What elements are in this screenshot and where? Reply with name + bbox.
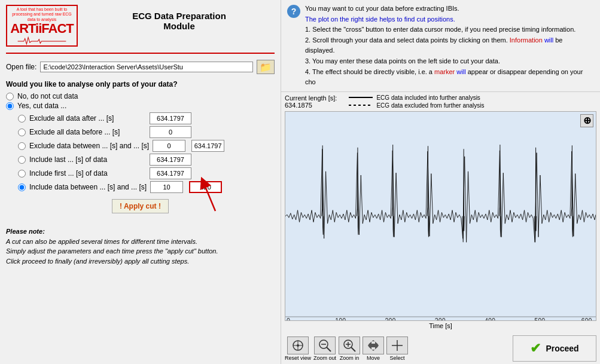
zoom-out-button[interactable]: Zoom out — [313, 337, 336, 361]
zoom-in-svg — [343, 339, 356, 352]
zoom-out-label: Zoom out — [313, 355, 336, 361]
option-row-2: Exclude data between ... [s] and ... [s] — [18, 140, 275, 152]
option-input-5b[interactable] — [189, 181, 222, 193]
legend-area: ECG data included into further analysis … — [349, 94, 484, 109]
question-label: Would you like to analyse only parts of … — [0, 77, 281, 91]
legend-line-solid — [349, 97, 373, 98]
reset-view-button[interactable]: Reset view — [285, 337, 311, 361]
proceed-button[interactable]: ✔ Proceed — [513, 335, 596, 362]
title-area: ECG Data Preparation Module — [84, 5, 275, 31]
option-radio-2[interactable] — [18, 142, 26, 150]
note-area: Please note: A cut can also be applied s… — [0, 224, 281, 268]
logo-box: A tool that has been built to processing… — [6, 5, 78, 47]
svg-text:600: 600 — [581, 317, 592, 320]
zoom-in-button[interactable]: Zoom in — [339, 337, 360, 361]
option-input-2a[interactable] — [153, 140, 185, 152]
note-title: Please note: — [6, 227, 275, 237]
zoom-out-icon — [314, 337, 336, 354]
radio-no-cut-input[interactable] — [6, 93, 14, 100]
zoom-in-icon — [339, 337, 360, 354]
svg-text:0: 0 — [287, 317, 290, 320]
svg-point-14 — [297, 344, 299, 347]
open-file-row: Open file: 📁 — [0, 57, 281, 77]
move-button[interactable]: Move — [363, 337, 384, 361]
chart-header: Current length [s]: 634.1875 ECG data in… — [285, 94, 596, 111]
info-line-6: 4. The effect should be directly visible… — [305, 67, 594, 88]
tool-buttons: Reset view Zoom out — [285, 337, 408, 361]
select-icon — [386, 337, 408, 354]
select-button[interactable]: Select — [386, 337, 408, 361]
info-line-4: 2. Scroll through your data and select d… — [305, 35, 594, 56]
svg-text:100: 100 — [335, 317, 346, 320]
main-container: A tool that has been built to processing… — [0, 0, 600, 364]
proceed-label: Proceed — [546, 344, 578, 353]
move-label: Move — [367, 355, 380, 361]
svg-text:300: 300 — [435, 317, 446, 320]
option-input-4[interactable] — [150, 167, 191, 179]
radio-yes-cut-input[interactable] — [6, 102, 14, 110]
logo-brand-text: ARTiiFACT — [10, 21, 73, 36]
info-line-5: 3. You may enter these data points on th… — [305, 56, 594, 67]
right-panel: ? You may want to cut your data before e… — [281, 0, 600, 364]
option-input-5a[interactable] — [150, 181, 183, 193]
option-radio-0[interactable] — [18, 115, 26, 123]
reset-view-icon — [287, 337, 309, 354]
note-line-1: A cut can also be applied several times … — [6, 237, 275, 247]
option-input-1[interactable] — [150, 126, 191, 138]
option-input-2b[interactable] — [191, 140, 224, 152]
reset-view-svg — [291, 339, 304, 352]
logo-brand: ARTiiFACT — [10, 22, 73, 35]
chart-area: Current length [s]: 634.1875 ECG data in… — [281, 92, 600, 333]
option-radio-5[interactable] — [18, 183, 26, 191]
ecg-chart-svg: 0 100 200 300 400 500 600 — [285, 112, 596, 320]
logo-ecg-svg — [7, 35, 77, 45]
module-title: ECG Data Preparation Module — [84, 11, 275, 31]
option-radio-3[interactable] — [18, 156, 26, 164]
legend-line-dashed — [349, 105, 373, 106]
folder-button[interactable]: 📁 — [257, 60, 275, 74]
info-bar: ? You may want to cut your data before e… — [281, 0, 600, 92]
svg-line-16 — [327, 347, 331, 351]
radio-no-cut: No, do not cut data — [6, 92, 275, 100]
option-label-0: Exclude all data after ... [s] — [29, 114, 146, 123]
note-line-2: Simply adjust the parameters and each ti… — [6, 246, 275, 256]
info-text: You may want to cut your data before ext… — [305, 4, 594, 88]
open-file-input[interactable] — [40, 62, 253, 72]
chart-wrapper: ⊕ — [285, 111, 596, 321]
option-input-0[interactable] — [150, 112, 191, 124]
option-row-0: Exclude all data after ... [s] — [18, 112, 275, 124]
open-file-label: Open file: — [6, 63, 36, 71]
option-radio-1[interactable] — [18, 129, 26, 136]
proceed-check-icon: ✔ — [530, 341, 541, 356]
option-row-5: Include data between ... [s] and ... [s] — [18, 181, 275, 193]
zoom-in-chart-button[interactable]: ⊕ — [580, 114, 593, 127]
apply-cut-button[interactable]: ! Apply cut ! — [112, 199, 169, 213]
select-svg — [391, 339, 404, 352]
svg-line-19 — [351, 347, 355, 351]
options-group: Exclude all data after ... [s] Exclude a… — [0, 111, 281, 194]
option-label-5: Include data between ... [s] and ... [s] — [29, 183, 147, 191]
option-label-2: Exclude data between ... [s] and ... [s] — [29, 142, 149, 150]
info-line-3: 1. Select the "cross" button to enter da… — [305, 25, 594, 35]
header-area: A tool that has been built to processing… — [0, 0, 281, 49]
move-icon — [363, 337, 384, 354]
svg-text:200: 200 — [385, 317, 395, 320]
zoom-in-label: Zoom in — [340, 355, 360, 361]
radio-no-cut-label: No, do not cut data — [17, 92, 78, 100]
zoom-out-svg — [318, 339, 331, 352]
logo-top-text: A tool that has been built to processing… — [7, 6, 77, 22]
option-radio-4[interactable] — [18, 170, 26, 178]
radio-yes-cut: Yes, cut data ... — [6, 102, 275, 110]
apply-cut-row: ! Apply cut ! — [0, 194, 281, 218]
x-axis-label: Time [s] — [285, 321, 596, 331]
red-divider — [6, 53, 275, 54]
svg-text:500: 500 — [534, 317, 545, 320]
info-line-2: The plot on the right side helps to find… — [305, 14, 594, 25]
option-input-3[interactable] — [150, 154, 191, 166]
info-icon: ? — [287, 5, 300, 18]
note-line-3: Click proceed to finally (and irreversib… — [6, 256, 275, 267]
move-svg — [367, 339, 380, 352]
main-radio-group: No, do not cut data Yes, cut data ... — [0, 91, 281, 111]
info-line-1: You may want to cut your data before ext… — [305, 4, 594, 14]
legend-item-excluded: ECG data excluded from further analysis — [349, 102, 484, 109]
